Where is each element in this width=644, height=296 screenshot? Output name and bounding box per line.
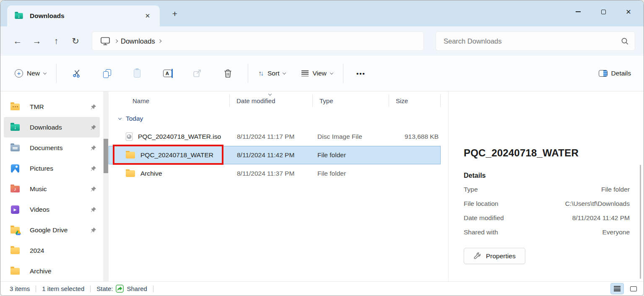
sidebar-item-label: Documents <box>30 144 62 152</box>
paste-button[interactable] <box>125 63 149 83</box>
pin-icon <box>90 227 96 233</box>
minimize-button[interactable] <box>566 0 591 23</box>
column-header-date-modified[interactable]: Date modified <box>230 94 313 107</box>
large-thumbnails-toggle-button[interactable] <box>627 283 640 294</box>
music-folder-icon: ♪ <box>10 185 20 193</box>
sidebar-item-google-drive[interactable]: Google Drive <box>4 220 100 240</box>
sidebar-item-label: 2024 <box>30 247 44 254</box>
more-options-button[interactable]: ••• <box>352 63 370 83</box>
sidebar-item-pictures[interactable]: Pictures <box>4 158 100 179</box>
rename-button[interactable]: A <box>156 63 179 83</box>
file-name: PQC_20240718_WATER.iso <box>138 133 221 140</box>
rename-icon: A <box>163 70 172 77</box>
pin-icon <box>90 104 96 110</box>
properties-button[interactable]: Properties <box>464 248 525 264</box>
sidebar-scrollbar[interactable] <box>103 91 109 282</box>
details-pane-scrollbar[interactable] <box>640 165 641 279</box>
group-header-today[interactable]: Today <box>109 110 448 127</box>
sidebar-item-label: Google Drive <box>30 226 68 234</box>
share-button[interactable] <box>186 63 209 83</box>
shared-state-icon <box>116 285 124 293</box>
column-header-size[interactable]: Size <box>389 94 441 107</box>
toolbar-divider <box>248 64 248 83</box>
file-explorer-window: ↓ Downloads ✕ + ✕ ← → ↑ ↻ Downloads <box>0 0 644 296</box>
wrench-icon <box>473 252 481 260</box>
sidebar-item-label: Archive <box>30 267 52 275</box>
plus-circle-icon: + <box>15 69 23 78</box>
sidebar-item-2024[interactable]: 2024 <box>4 240 100 261</box>
search-box[interactable] <box>436 31 635 51</box>
breadcrumb[interactable]: Downloads <box>92 31 424 51</box>
column-header-name[interactable]: Name <box>109 94 230 107</box>
search-icon[interactable] <box>621 37 629 45</box>
breadcrumb-separator-icon[interactable] <box>158 39 161 43</box>
file-date-modified: 8/11/2024 11:42 PM <box>230 151 313 159</box>
new-button[interactable]: + New <box>10 63 51 83</box>
pin-icon <box>90 186 96 192</box>
pictures-icon <box>10 164 20 173</box>
view-button[interactable]: View <box>296 63 338 83</box>
main-content: TMR ↓ Downloads Documents Pictures <box>0 91 644 282</box>
details-pane-toggle-button[interactable]: Details <box>594 63 636 83</box>
state-label: State: <box>96 285 113 292</box>
pin-icon <box>90 165 96 171</box>
forward-button[interactable]: → <box>27 32 47 50</box>
sidebar-item-label: Pictures <box>30 165 53 172</box>
file-row-iso[interactable]: PQC_20240718_WATER.iso 8/11/2024 11:17 P… <box>109 127 441 146</box>
refresh-button[interactable]: ↻ <box>66 32 85 50</box>
delete-button[interactable] <box>216 63 239 83</box>
maximize-icon <box>601 10 606 14</box>
collapse-chevron-icon[interactable] <box>118 116 122 119</box>
details-view-toggle-button[interactable] <box>610 283 624 294</box>
selected-count: 1 item selected <box>42 285 84 292</box>
sidebar-item-tmr[interactable]: TMR <box>4 96 100 117</box>
chevron-down-icon <box>330 71 333 74</box>
sidebar-item-music[interactable]: ♪ Music <box>4 179 100 199</box>
thumbnail-view-icon <box>630 286 637 291</box>
download-arrow-icon: ↓ <box>15 13 23 19</box>
maximize-button[interactable] <box>591 0 616 23</box>
file-date-modified: 8/11/2024 11:37 PM <box>230 170 313 177</box>
file-date-modified: 8/11/2024 11:17 PM <box>230 133 313 140</box>
pin-icon <box>90 145 96 151</box>
file-row-archive[interactable]: Archive 8/11/2024 11:37 PM File folder <box>109 164 441 183</box>
file-row-selected-folder[interactable]: PQC_20240718_WATER 8/11/2024 11:42 PM Fi… <box>109 146 441 164</box>
back-button[interactable]: ← <box>8 32 27 50</box>
close-button[interactable]: ✕ <box>616 0 641 23</box>
details-label: Date modified <box>464 214 504 222</box>
sidebar-item-downloads[interactable]: ↓ Downloads <box>4 117 100 138</box>
folder-icon <box>10 267 20 275</box>
file-size: 913,688 KB <box>390 133 441 140</box>
breadcrumb-separator-icon <box>114 39 118 43</box>
cut-button[interactable] <box>65 63 88 83</box>
command-toolbar: + New A ↑↓ Sort View ••• <box>0 56 644 91</box>
close-icon: ✕ <box>626 8 631 16</box>
file-type: Disc Image File <box>313 133 390 140</box>
details-value: 8/11/2024 11:42 PM <box>572 214 630 222</box>
group-label: Today <box>126 115 143 122</box>
sidebar-item-label: TMR <box>30 103 44 111</box>
sidebar-scrollbar-thumb[interactable] <box>104 139 108 173</box>
details-label: File location <box>464 200 499 208</box>
sidebar-item-documents[interactable]: Documents <box>4 138 100 158</box>
copy-button[interactable] <box>95 63 119 83</box>
details-pane: PQC_20240718_WATER Details Type File fol… <box>448 91 644 282</box>
sidebar-item-archive[interactable]: Archive <box>4 261 100 281</box>
sort-label: Sort <box>267 70 279 77</box>
sidebar-item-videos[interactable]: ▶ Videos <box>4 199 100 220</box>
column-header-type[interactable]: Type <box>313 94 389 107</box>
up-button[interactable]: ↑ <box>47 32 66 50</box>
pin-icon <box>90 124 96 130</box>
new-tab-button[interactable]: + <box>168 7 182 21</box>
minimize-icon <box>576 11 581 12</box>
file-type: File folder <box>313 151 390 159</box>
this-pc-icon[interactable] <box>101 37 110 45</box>
tmr-folder-icon <box>10 103 20 111</box>
tab-downloads[interactable]: ↓ Downloads ✕ <box>7 5 160 26</box>
breadcrumb-location[interactable]: Downloads <box>121 37 155 45</box>
search-input[interactable] <box>444 37 621 45</box>
chevron-down-icon <box>43 71 47 74</box>
properties-label: Properties <box>486 252 516 260</box>
sort-button[interactable]: ↑↓ Sort <box>253 63 291 83</box>
tab-close-icon[interactable]: ✕ <box>142 10 153 21</box>
